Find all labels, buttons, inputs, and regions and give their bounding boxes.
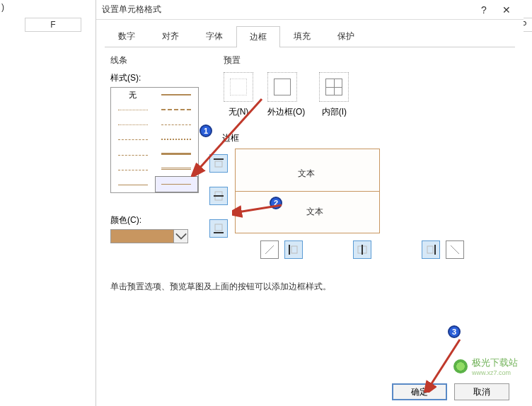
line-style-opt[interactable] bbox=[155, 88, 199, 103]
border-midv-icon bbox=[356, 243, 369, 256]
tab-border[interactable]: 边框 bbox=[236, 26, 280, 47]
line-style-list[interactable]: 无 bbox=[110, 87, 199, 193]
line-style-opt[interactable] bbox=[155, 132, 199, 147]
color-dropdown[interactable] bbox=[174, 229, 188, 243]
border-section: 边框 文本 文本 bbox=[209, 132, 464, 259]
watermark-icon bbox=[453, 359, 468, 373]
annotation-marker-1: 1 bbox=[200, 124, 212, 137]
cancel-button[interactable]: 取消 bbox=[454, 383, 509, 400]
diag-up-icon bbox=[263, 243, 276, 256]
watermark: 极光下载站 www.xz7.com bbox=[453, 356, 518, 376]
svg-line-6 bbox=[265, 245, 274, 254]
line-style-opt[interactable] bbox=[111, 178, 155, 192]
border-bottom-icon bbox=[212, 222, 225, 235]
preview-text-2: 文本 bbox=[306, 206, 323, 218]
line-style-opt[interactable] bbox=[111, 163, 155, 178]
close-button[interactable]: ✕ bbox=[495, 4, 518, 16]
border-diag-down-button[interactable] bbox=[446, 240, 464, 259]
watermark-name: 极光下载站 bbox=[472, 356, 518, 369]
tab-protection[interactable]: 保护 bbox=[324, 25, 368, 47]
dialog-title: 设置单元格格式 bbox=[102, 4, 473, 16]
preset-none-label: 无(N) bbox=[224, 106, 253, 118]
ok-button[interactable]: 确定 bbox=[392, 383, 447, 400]
titlebar: 设置单元格格式 ? ✕ bbox=[96, 0, 524, 20]
line-style-selected[interactable] bbox=[155, 176, 199, 192]
column-header-f[interactable]: F bbox=[25, 18, 81, 32]
preset-section: 预置 无(N) 外边框(O) 内部(I) bbox=[224, 54, 349, 118]
line-style-opt[interactable] bbox=[155, 146, 199, 161]
line-style-opt[interactable] bbox=[111, 148, 155, 163]
border-top-icon bbox=[212, 157, 225, 170]
preview-text-1: 文本 bbox=[298, 168, 315, 180]
preset-inside[interactable] bbox=[319, 72, 349, 102]
border-middle-h-button[interactable] bbox=[209, 187, 228, 205]
border-section-label: 边框 bbox=[222, 132, 464, 144]
border-preview[interactable]: 文本 文本 bbox=[235, 149, 380, 233]
border-mid-icon bbox=[212, 190, 225, 202]
border-diag-up-button[interactable] bbox=[260, 240, 279, 259]
svg-rect-8 bbox=[291, 246, 297, 253]
tab-alignment[interactable]: 对齐 bbox=[149, 25, 192, 47]
hint-text: 单击预置选项、预览草图及上面的按钮可以添加边框样式。 bbox=[110, 281, 331, 293]
preset-section-label: 预置 bbox=[224, 54, 349, 66]
border-left-button[interactable] bbox=[284, 240, 303, 259]
style-label: 样式(S): bbox=[110, 72, 209, 84]
line-style-opt[interactable] bbox=[111, 117, 155, 132]
annotation-marker-2: 2 bbox=[270, 197, 282, 209]
line-style-none[interactable]: 无 bbox=[111, 88, 155, 103]
border-bottom-button[interactable] bbox=[209, 219, 228, 238]
tab-fill[interactable]: 填充 bbox=[280, 25, 324, 47]
border-left-icon bbox=[287, 243, 300, 256]
border-middle-v-button[interactable] bbox=[353, 240, 371, 259]
tab-font[interactable]: 字体 bbox=[192, 25, 236, 47]
line-section: 线条 样式(S): 无 bbox=[110, 54, 209, 243]
color-label: 颜色(C): bbox=[110, 214, 209, 226]
svg-rect-11 bbox=[427, 246, 433, 253]
border-right-icon bbox=[424, 243, 437, 256]
line-style-opt[interactable] bbox=[111, 103, 155, 117]
watermark-url: www.xz7.com bbox=[472, 369, 518, 376]
preset-outline[interactable] bbox=[267, 72, 297, 102]
preset-inside-label: 内部(I) bbox=[319, 106, 349, 118]
svg-rect-1 bbox=[215, 161, 222, 167]
tab-number[interactable]: 数字 bbox=[105, 25, 149, 47]
dialog-footer: 确定 取消 bbox=[392, 383, 509, 400]
line-section-label: 线条 bbox=[110, 54, 209, 66]
svg-line-13 bbox=[451, 245, 459, 254]
diag-down-icon bbox=[449, 243, 461, 256]
color-swatch[interactable] bbox=[110, 229, 174, 243]
stray-paren: ) bbox=[1, 2, 4, 12]
format-cells-dialog: 设置单元格格式 ? ✕ 数字 对齐 字体 边框 填充 保护 线条 样式(S): … bbox=[96, 0, 524, 406]
tab-bar: 数字 对齐 字体 边框 填充 保护 bbox=[105, 25, 515, 47]
preset-outline-label: 外边框(O) bbox=[267, 106, 305, 118]
line-style-opt[interactable] bbox=[155, 161, 199, 176]
chevron-down-icon bbox=[175, 230, 187, 243]
line-style-opt[interactable] bbox=[111, 132, 155, 147]
annotation-marker-3: 3 bbox=[448, 325, 461, 338]
border-right-button[interactable] bbox=[422, 240, 440, 259]
line-style-opt[interactable] bbox=[155, 117, 199, 132]
svg-rect-4 bbox=[215, 224, 222, 231]
line-style-opt[interactable] bbox=[155, 103, 199, 117]
border-top-button[interactable] bbox=[209, 154, 228, 173]
help-button[interactable]: ? bbox=[473, 4, 495, 16]
preset-none[interactable] bbox=[224, 72, 253, 102]
